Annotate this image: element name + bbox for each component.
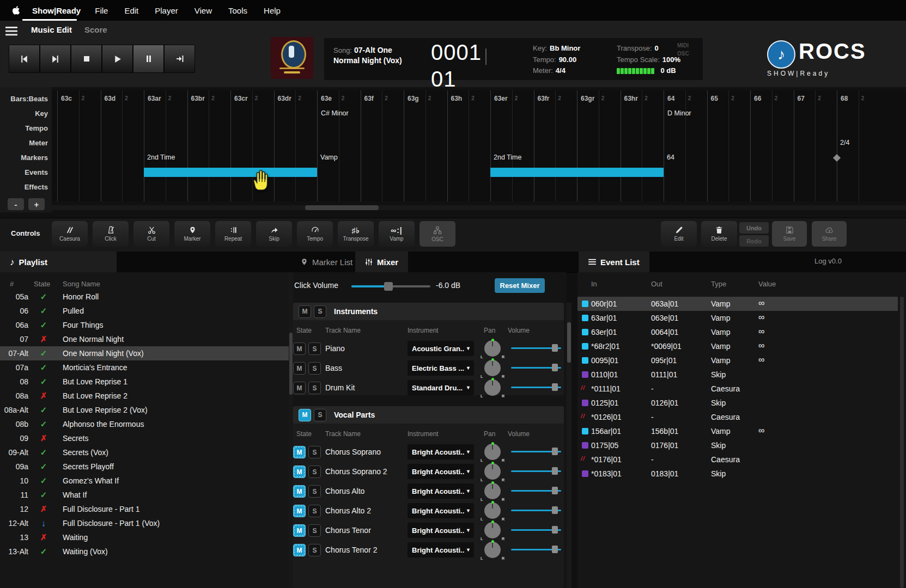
event-row[interactable]: 0095|01095r|01Vamp∞ — [577, 353, 898, 367]
pan-knob[interactable]: LR — [484, 522, 501, 539]
hamburger-menu-icon[interactable] — [5, 27, 17, 36]
volume-slider-thumb[interactable] — [552, 364, 558, 371]
playlist-row[interactable]: 10✓Gomez's What If — [0, 474, 289, 488]
volume-slider[interactable] — [511, 450, 561, 454]
playlist-row[interactable]: 13✗Waiting — [0, 530, 289, 544]
timeline-scrollbar[interactable] — [52, 205, 906, 210]
volume-slider-thumb[interactable] — [552, 344, 558, 352]
volume-slider[interactable] — [511, 347, 561, 350]
timeline-marker[interactable]: Vamp — [320, 154, 338, 161]
control-vamp-button[interactable]: ∞:|Vamp — [379, 221, 415, 247]
timeline-event-bar[interactable] — [490, 168, 664, 177]
event-row[interactable]: *68r2|01*0069|01Vamp∞ — [577, 339, 898, 353]
pan-knob[interactable]: LR — [484, 463, 501, 480]
reset-mixer-button[interactable]: Reset Mixer — [495, 278, 545, 293]
control-skip-button[interactable]: Skip — [256, 221, 292, 247]
track-mute-button[interactable]: M — [293, 524, 306, 537]
control-osc-button[interactable]: OSC — [419, 221, 455, 247]
track-mute-button[interactable]: M — [293, 505, 306, 517]
track-solo-button[interactable]: S — [308, 485, 321, 498]
menu-view[interactable]: View — [194, 6, 212, 15]
playlist-row[interactable]: 07✗One Normal Night — [0, 332, 289, 346]
track-solo-button[interactable]: S — [308, 446, 321, 458]
group-mute-button[interactable]: M — [299, 409, 311, 421]
event-row[interactable]: 060r|01063a|01Vamp∞ — [577, 297, 898, 311]
group-mute-button[interactable]: M — [299, 305, 311, 318]
event-row[interactable]: //*0111|01-Caesura — [577, 382, 898, 396]
instrument-dropdown[interactable]: Bright Acousti...▼ — [408, 464, 474, 479]
instrument-dropdown[interactable]: Acoustic Gran...▼ — [408, 341, 474, 356]
track-mute-button[interactable]: M — [293, 544, 306, 556]
event-row[interactable]: //*0126|01-Caesura — [577, 410, 898, 424]
playlist-row[interactable]: 06a✓Four Things — [0, 318, 289, 332]
undo-button[interactable]: Undo — [739, 222, 769, 234]
delete-button[interactable]: Delete — [701, 221, 737, 247]
tab-mixer[interactable]: Mixer — [355, 252, 408, 272]
control-transpose-button[interactable]: ♯♭Transpose — [338, 221, 374, 247]
pan-knob[interactable]: LR — [484, 340, 501, 357]
pan-knob[interactable]: LR — [484, 541, 501, 559]
playlist-row[interactable]: 13-Alt✓Waiting (Vox) — [0, 544, 289, 559]
volume-slider-thumb[interactable] — [552, 448, 558, 455]
track-mute-button[interactable]: M — [293, 382, 306, 394]
menu-player[interactable]: Player — [155, 6, 178, 15]
playlist-row[interactable]: 07a✓Morticia's Entrance — [0, 360, 289, 375]
control-caesura-button[interactable]: Caesura — [52, 221, 88, 247]
volume-slider[interactable] — [511, 470, 561, 473]
click-volume-thumb[interactable] — [384, 282, 393, 291]
track-solo-button[interactable]: S — [308, 465, 321, 478]
playlist-row[interactable]: 12-Alt↓Full Disclosure - Part 1 (Vox) — [0, 516, 289, 530]
volume-slider-thumb[interactable] — [552, 467, 558, 475]
playlist-row[interactable]: 08✓But Love Reprise 1 — [0, 375, 289, 389]
playlist-row[interactable]: 05a✓Honor Roll — [0, 292, 289, 304]
instrument-dropdown[interactable]: Electric Bass ...▼ — [408, 360, 474, 376]
playlist-row[interactable]: 08b✓Alphonso the Enormous — [0, 417, 289, 431]
tab-playlist[interactable]: ♪ Playlist — [0, 252, 117, 272]
playlist-row[interactable]: 09✗Secrets — [0, 431, 289, 445]
zoom-out-button[interactable]: - — [8, 198, 24, 210]
track-mute-button[interactable]: M — [293, 485, 306, 498]
volume-slider[interactable] — [511, 386, 561, 389]
timeline-marker[interactable]: 2nd Time — [494, 154, 521, 161]
volume-slider[interactable] — [511, 489, 561, 493]
track-solo-button[interactable]: S — [308, 544, 321, 556]
view-tab-score[interactable]: Score — [84, 25, 107, 34]
track-solo-button[interactable]: S — [308, 362, 321, 375]
volume-slider-thumb[interactable] — [552, 506, 558, 514]
track-solo-button[interactable]: S — [308, 524, 321, 537]
menu-file[interactable]: File — [95, 6, 108, 15]
pan-knob[interactable]: LR — [484, 379, 501, 396]
playlist-row[interactable]: 08a-Alt✓But Love Reprise 2 (Vox) — [0, 403, 289, 417]
volume-slider[interactable] — [511, 548, 561, 552]
event-row[interactable]: 63ar|01063e|01Vamp∞ — [577, 311, 898, 325]
playlist-scrollbar[interactable] — [289, 272, 293, 588]
volume-slider-thumb[interactable] — [552, 487, 558, 494]
group-solo-button[interactable]: S — [314, 409, 326, 421]
playlist-row[interactable]: 08a✗But Love Reprise 2 — [0, 389, 289, 403]
event-row[interactable]: *0183|010183|01Skip — [577, 467, 898, 481]
track-mute-button[interactable]: M — [293, 465, 306, 478]
playlist-row[interactable]: 12✗Full Disclosure - Part 1 — [0, 502, 289, 516]
track-mute-button[interactable]: M — [293, 362, 306, 375]
timeline-marker[interactable]: 64 — [667, 154, 674, 161]
volume-slider[interactable] — [511, 366, 561, 370]
view-tab-music-edit[interactable]: Music Edit — [31, 25, 72, 34]
track-solo-button[interactable]: S — [308, 342, 321, 355]
pan-knob[interactable]: LR — [484, 443, 501, 461]
redo-button[interactable]: Redo — [739, 235, 769, 247]
playlist-row[interactable]: 09-Alt✓Secrets (Vox) — [0, 445, 289, 460]
menu-tools[interactable]: Tools — [228, 6, 247, 15]
zoom-in-button[interactable]: + — [28, 198, 45, 210]
apple-menu-icon[interactable] — [12, 5, 20, 15]
mixer-scrollbar-thumb[interactable] — [567, 322, 571, 363]
timeline-scrollbar-thumb[interactable] — [305, 205, 379, 210]
transport-stop-button[interactable] — [71, 45, 102, 73]
pan-knob[interactable]: LR — [484, 359, 501, 377]
event-list-scrollbar[interactable] — [900, 297, 904, 588]
transport-go-to-end-button[interactable] — [164, 45, 195, 73]
pan-knob[interactable]: LR — [484, 502, 501, 519]
menu-edit[interactable]: Edit — [124, 6, 138, 15]
menu-app-name[interactable]: Show|Ready — [32, 6, 81, 15]
event-row[interactable]: 0175|050176|01Skip — [577, 438, 898, 452]
volume-slider-thumb[interactable] — [552, 383, 558, 391]
